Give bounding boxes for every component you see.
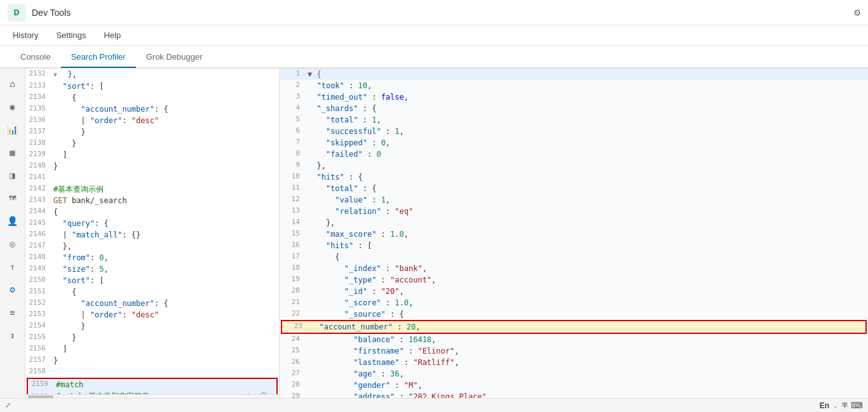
table-row: 2134 {	[25, 92, 279, 103]
apm-icon[interactable]: ◎	[3, 234, 23, 254]
tab-bar: Console Search Profiler Grok Debugger	[0, 46, 868, 69]
sidebar-icons: ⌂ ◉ 📊 ▦ ◨ 🗺 👤 ◎ ↑ ⚙ ≡ ↕	[0, 69, 25, 398]
horizontal-scrollbar[interactable]	[28, 395, 53, 398]
canvas-icon[interactable]: ◨	[3, 165, 23, 185]
table-row: 17 {	[280, 251, 868, 263]
table-row: 2143GET bank/_search	[25, 195, 279, 206]
punctuation-indicator[interactable]: ，	[832, 401, 839, 410]
kibana-logo: D	[8, 4, 25, 22]
expand-icon[interactable]: ⤢	[5, 401, 11, 409]
tab-console[interactable]: Console	[10, 46, 61, 68]
table-row: 2149 "size": 5,	[25, 263, 279, 275]
table-row: 26 "lastname" : "Ratliff",	[280, 357, 868, 368]
table-row: 2137 }	[25, 126, 279, 138]
selected-code-block: 2159#match 2160#match 基本类型非字符串▶🔍 2161GET…	[27, 378, 278, 394]
right-code-area[interactable]: 1▼ { 2 "took" : 10, 3 "timed_out" : fals…	[280, 69, 868, 398]
table-row: 20 "_id" : "20",	[280, 286, 868, 297]
table-row: 10 "hits" : {	[280, 171, 868, 183]
table-row: 19 "_type" : "account",	[280, 274, 868, 286]
left-panel: 2132▼ }, 2133 "sort": [ 2134 { 2135 "acc…	[25, 69, 280, 398]
table-row: 2160#match 基本类型非字符串▶🔍	[28, 390, 276, 394]
table-row: 22 "_source" : {	[280, 309, 868, 320]
table-row: 16 "hits" : [	[280, 240, 868, 251]
table-row: 4 "_shards" : {	[280, 103, 868, 114]
menu-history[interactable]: History	[10, 30, 41, 40]
menu-bar: History Settings Help	[0, 25, 868, 46]
table-row: 2142#基本查询示例	[25, 183, 279, 195]
run-button[interactable]: ▶	[247, 391, 256, 394]
table-row: 12 "value" : 1,	[280, 194, 868, 206]
dashboard-icon[interactable]: ▦	[3, 142, 23, 163]
table-row: 24 "balance" : 16418,	[280, 334, 868, 345]
table-row: 2151 {	[25, 286, 279, 298]
visualize-icon[interactable]: 📊	[3, 119, 23, 140]
maps-icon[interactable]: 🗺	[3, 188, 23, 208]
management-icon[interactable]: ≡	[3, 302, 23, 322]
table-row: 2155 }	[25, 332, 279, 343]
table-row: 5 "total" : 1,	[280, 114, 868, 126]
line-actions: ▶🔍	[247, 391, 274, 394]
table-row: 2135 "account_number": {	[25, 103, 279, 115]
menu-help[interactable]: Help	[101, 30, 123, 40]
table-row: 6 "successful" : 1,	[280, 126, 868, 137]
home-icon[interactable]: ⌂	[3, 74, 23, 94]
stackmon-icon[interactable]: ↕	[3, 325, 23, 345]
table-row: 2156 ]	[25, 343, 279, 355]
table-row: 2138 }	[25, 138, 279, 149]
table-row: 29 "address" : "282 Kings Place",	[280, 391, 868, 398]
half-indicator[interactable]: 半	[841, 401, 848, 410]
table-row: 2152 "account_number": {	[25, 298, 279, 309]
menu-settings[interactable]: Settings	[53, 30, 88, 40]
language-indicator[interactable]: En	[820, 401, 829, 410]
table-row: 2159#match	[28, 379, 276, 390]
table-row: 13 "relation" : "eq"	[280, 206, 868, 217]
app-title: Dev Tools	[32, 8, 71, 18]
uptime-icon[interactable]: ↑	[3, 256, 23, 277]
table-row: 2141	[25, 172, 279, 183]
main-content: ⌂ ◉ 📊 ▦ ◨ 🗺 👤 ◎ ↑ ⚙ ≡ ↕ 2132▼ }, 2133 "s…	[0, 69, 868, 398]
tab-grok-debugger[interactable]: Grok Debugger	[136, 46, 213, 68]
status-bar: ⤢ En ， 半 ⌨	[0, 398, 868, 412]
table-row: 3 "timed_out" : false,	[280, 91, 868, 103]
keyboard-icon[interactable]: ⌨	[851, 401, 863, 410]
table-row: 2148 "from": 0,	[25, 252, 279, 263]
table-row: 27 "age" : 36,	[280, 368, 868, 380]
table-row: 2139 ]	[25, 149, 279, 161]
editor-container: 2132▼ }, 2133 "sort": [ 2134 { 2135 "acc…	[25, 69, 868, 398]
tab-search-profiler[interactable]: Search Profiler	[61, 46, 136, 68]
table-row: 2145 "query": {	[25, 218, 279, 229]
table-row: 28 "gender" : "M",	[280, 380, 868, 391]
table-row: 8 "failed" : 0	[280, 149, 868, 160]
copy-button[interactable]: 🔍	[259, 392, 271, 395]
table-row: 11 "total" : {	[280, 183, 868, 194]
table-row: 2154 }	[25, 321, 279, 332]
table-row: 25 "firstname" : "Elinor",	[280, 345, 868, 357]
table-row: 2146 | "match_all": {}	[25, 229, 279, 241]
table-row: 2133 "sort": [	[25, 81, 279, 92]
table-row: 2136 | "order": "desc"	[25, 115, 279, 126]
table-row: 2 "took" : 10,	[280, 80, 868, 91]
highlighted-output-line: 23 "account_number" : 20,	[281, 320, 867, 334]
table-row: 14 },	[280, 217, 868, 229]
table-row: 2150 "sort": [	[25, 275, 279, 286]
settings-icon-top[interactable]: ⚙	[854, 6, 860, 18]
left-code-area[interactable]: 2132▼ }, 2133 "sort": [ 2134 { 2135 "acc…	[25, 69, 279, 394]
top-bar: D Dev Tools ⚙	[0, 0, 868, 25]
table-row: 21 "_score" : 1.0,	[280, 297, 868, 309]
table-row: 2140}	[25, 161, 279, 172]
table-row: 1▼ {	[280, 69, 868, 80]
table-row: 18 "_index" : "bank",	[280, 263, 868, 274]
table-row: 2153 | "order": "desc"	[25, 309, 279, 321]
user-icon[interactable]: 👤	[3, 211, 23, 231]
table-row: 2157}	[25, 355, 279, 366]
table-row: 2158	[25, 366, 279, 378]
table-row: 15 "max_score" : 1.0,	[280, 229, 868, 240]
right-panel: 1▼ { 2 "took" : 10, 3 "timed_out" : fals…	[280, 69, 868, 398]
table-row: 2147 },	[25, 241, 279, 252]
discover-icon[interactable]: ◉	[3, 96, 23, 117]
table-row: 2144{	[25, 206, 279, 218]
table-row: 7 "skipped" : 0,	[280, 137, 868, 149]
table-row: 2132▼ },	[25, 69, 279, 81]
table-row: 9 },	[280, 160, 868, 171]
devtools-icon[interactable]: ⚙	[3, 279, 23, 300]
